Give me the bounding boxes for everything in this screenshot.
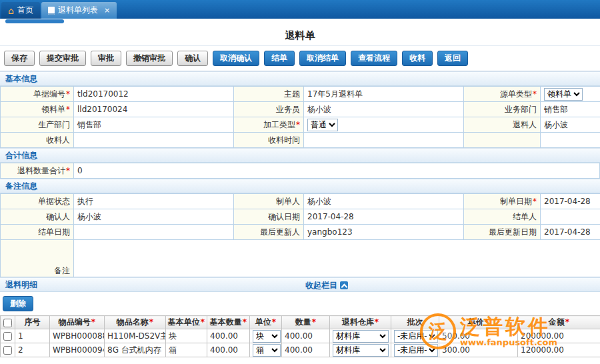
section-basic-info: 基本信息 xyxy=(0,71,600,86)
tab-return-order-list[interactable]: 退料单列表 × xyxy=(41,2,117,19)
col-base-qty: 基本数量* xyxy=(207,316,250,329)
batch-select[interactable]: -未启用- xyxy=(394,344,438,357)
cancel-confirm-button[interactable]: 取消确认 xyxy=(213,51,259,66)
save-button[interactable]: 保存 xyxy=(4,51,35,66)
section-detail: 退料明细 收起栏目 xyxy=(0,277,600,292)
cell-base-qty: 400.00 xyxy=(207,343,250,357)
close-date-label: 结单日期 xyxy=(1,225,74,240)
collapse-icon xyxy=(340,281,348,289)
select-all-checkbox[interactable] xyxy=(3,319,12,327)
source-type-select[interactable]: 领料单 xyxy=(544,88,583,101)
detail-header-row: 序号 物品编号* 物品名称* 基本单位* 基本数量* 单位* 数量* 退料仓库*… xyxy=(1,316,600,329)
col-warehouse: 退料仓库* xyxy=(330,316,391,329)
remark-info-table: 单据状态 执行 制单人 杨小波 制单日期* 2017-04-28 确认人 杨小波… xyxy=(0,193,600,277)
tab-close-icon[interactable]: × xyxy=(104,7,110,14)
warehouse-select[interactable]: 材料库 xyxy=(333,344,389,357)
unit-select[interactable]: 块 xyxy=(253,330,281,343)
process-type-select[interactable]: 普通 xyxy=(307,119,338,131)
process-type-cell: 普通 xyxy=(304,117,464,133)
confirm-date-value: 2017-04-28 xyxy=(304,209,464,225)
tab-understrip xyxy=(0,19,600,24)
status-label: 单据状态 xyxy=(1,194,74,209)
last-update-date-value: 2017-04-28 xyxy=(541,225,600,240)
cell-unit: 箱 xyxy=(250,343,282,357)
receive-time-label: 收料时间 xyxy=(234,133,304,148)
row-checkbox[interactable] xyxy=(3,346,12,355)
receiver-label: 收料人 xyxy=(1,133,74,148)
col-no: 序号 xyxy=(15,316,50,329)
total-info-table: 退料数量合计* 0 xyxy=(0,163,600,179)
cell-base-unit: 块 xyxy=(166,329,207,343)
returner-value: 杨小波 xyxy=(541,117,600,133)
closer-value xyxy=(541,209,600,225)
revoke-approval-button[interactable]: 撤销审批 xyxy=(126,51,173,66)
basic-info-table: 单据编号* tld20170012 主题 17年5月退料单 源单类型* 领料单 … xyxy=(0,86,600,148)
approve-button[interactable]: 审批 xyxy=(91,51,121,66)
returner-label: 退料人 xyxy=(464,117,541,133)
cell-unit: 块 xyxy=(250,329,282,343)
detail-title: 退料明细 xyxy=(5,280,37,289)
cell-base-qty: 400.00 xyxy=(207,329,250,343)
tab-return-order-list-label: 退料单列表 xyxy=(58,5,98,16)
tab-home[interactable]: ⌂ 首页 xyxy=(1,2,40,19)
section-total-info: 合计信息 xyxy=(0,148,600,163)
cell-amount: 200000.00 xyxy=(518,329,600,343)
creator-value: 杨小波 xyxy=(304,194,464,209)
production-dept-label: 生产部门 xyxy=(1,117,74,133)
collapse-columns-link[interactable]: 收起栏目 xyxy=(305,278,348,293)
confirm-date-label: 确认日期 xyxy=(234,209,304,225)
status-value: 执行 xyxy=(74,194,234,209)
salesman-label: 业务员 xyxy=(234,102,304,117)
empty-label xyxy=(464,133,541,148)
business-dept-value: 销售部 xyxy=(541,102,600,117)
source-type-label: 源单类型* xyxy=(464,87,541,102)
doc-no-label: 单据编号* xyxy=(1,87,74,102)
cell-item-name: H110M-DS2V主板 xyxy=(105,329,166,343)
batch-select[interactable]: -未启用- xyxy=(394,330,438,343)
view-flow-button[interactable]: 查看流程 xyxy=(351,51,397,66)
cell-item-no: WPBH000094 xyxy=(50,343,105,357)
receive-time-value xyxy=(304,133,464,148)
total-qty-label: 退料数量合计* xyxy=(1,163,74,179)
detail-toolbar: 删除 xyxy=(0,292,600,315)
cell-warehouse: 材料库 xyxy=(330,329,391,343)
subject-value: 17年5月退料单 xyxy=(304,87,464,102)
requisition-label: 领料单* xyxy=(1,102,74,117)
receiver-value xyxy=(74,133,234,148)
cell-price: 300.00 xyxy=(439,343,518,357)
back-button[interactable]: 返回 xyxy=(437,51,468,66)
close-order-button[interactable]: 结单 xyxy=(264,51,295,66)
warehouse-select[interactable]: 材料库 xyxy=(333,330,389,343)
confirmer-label: 确认人 xyxy=(1,209,74,225)
tab-home-label: 首页 xyxy=(17,5,33,16)
col-price: 单价* xyxy=(439,316,518,329)
receive-material-button[interactable]: 收料 xyxy=(402,51,433,66)
page-title: 退料单 xyxy=(0,24,600,45)
cell-batch: -未启用- xyxy=(391,343,439,357)
confirmer-value: 杨小波 xyxy=(74,209,234,225)
creator-label: 制单人 xyxy=(234,194,304,209)
salesman-value: 杨小波 xyxy=(304,102,464,117)
cell-qty: 400.00 xyxy=(282,343,330,357)
unit-select[interactable]: 箱 xyxy=(253,344,281,357)
total-qty-value: 0 xyxy=(74,163,600,179)
last-updater-value: yangbo123 xyxy=(304,225,464,240)
last-updater-label: 最后更新人 xyxy=(234,225,304,240)
cell-no: 2 xyxy=(15,343,50,357)
cell-base-unit: 箱 xyxy=(166,343,207,357)
confirm-button[interactable]: 确认 xyxy=(177,51,208,66)
col-qty: 数量* xyxy=(282,316,330,329)
tab-bar: ⌂ 首页 退料单列表 × xyxy=(0,0,600,19)
col-item-no: 物品编号* xyxy=(50,316,105,329)
col-unit: 单位* xyxy=(250,316,282,329)
cell-item-no: WPBH000088 xyxy=(50,329,105,343)
tab-accent-bar xyxy=(5,19,64,23)
create-date-value: 2017-04-28 xyxy=(541,194,600,209)
remark-value xyxy=(74,240,600,277)
submit-approval-button[interactable]: 提交审批 xyxy=(39,51,86,66)
cancel-close-order-button[interactable]: 取消结单 xyxy=(299,51,346,66)
row-checkbox[interactable] xyxy=(3,332,12,341)
delete-button[interactable]: 删除 xyxy=(3,296,33,311)
source-type-cell: 领料单 xyxy=(541,87,600,102)
business-dept-label: 业务部门 xyxy=(464,102,541,117)
